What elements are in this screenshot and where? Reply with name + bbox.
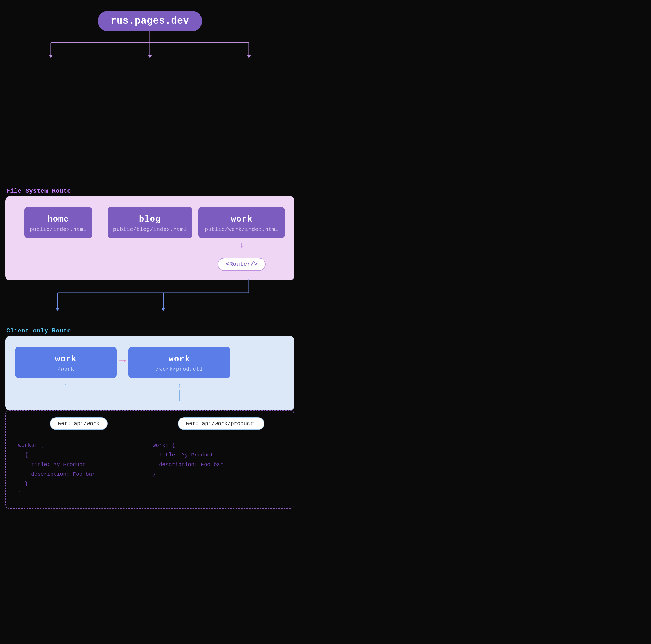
client-route-product1-path: /work/product1 (156, 366, 203, 372)
client-route-work: work /work (15, 347, 117, 378)
fs-section: home public/index.html blog public/blog/… (5, 196, 294, 281)
client-route-col-product1: work /work/product1 ↑ (128, 347, 230, 401)
svg-marker-7 (247, 55, 251, 58)
fs-route-blog: blog public/blog/index.html (107, 207, 192, 238)
client-section: work /work ↑ → work /work/product1 ↑ (5, 336, 294, 410)
client-route-work-path: /work (58, 366, 74, 372)
router-pill: <Router/> (218, 258, 266, 271)
client-route-product1-name: work (168, 354, 190, 364)
connector-lines-router (5, 280, 294, 328)
client-section-label: Client-only Route (6, 328, 71, 334)
fs-route-blog-name: blog (139, 214, 161, 224)
arrow-to-router: ↓ (239, 242, 244, 249)
arrow-up-api-work: ↑ (64, 383, 68, 390)
client-route-col-work: work /work ↑ (15, 347, 117, 401)
svg-marker-3 (49, 55, 53, 58)
fs-route-work: work public/work/index.html (198, 207, 285, 238)
fs-route-col-home: home public/index.html (15, 207, 101, 238)
fs-route-home-path: public/index.html (30, 226, 87, 233)
fs-route-work-path: public/work/index.html (205, 226, 278, 233)
svg-marker-11 (55, 308, 60, 311)
fs-route-blog-path: public/blog/index.html (113, 226, 187, 233)
client-route-work-name: work (55, 354, 77, 364)
pink-right-arrow: → (117, 355, 128, 367)
svg-marker-13 (161, 308, 165, 311)
api-pill-product1: Get: api/work/product1 (178, 417, 265, 430)
fs-route-col-work: work public/work/index.html ↓ <Router/> (198, 207, 285, 271)
client-route-product1: work /work/product1 (128, 347, 230, 378)
fs-section-label: File System Route (6, 188, 71, 195)
api-data-work: work: { title: My Product description: F… (150, 441, 284, 499)
fs-route-home: home public/index.html (24, 207, 92, 238)
arrow-up-api-product1: ↑ (177, 383, 182, 390)
domain-text: rus.pages.dev (111, 16, 189, 27)
arrow-up-api-product1-line (179, 390, 180, 401)
api-section: Get: api/work Get: api/work/product1 wor… (5, 410, 294, 509)
domain-pill: rus.pages.dev (98, 11, 202, 31)
svg-marker-5 (148, 55, 152, 58)
api-code-works: works: [ { title: My Product description… (18, 441, 147, 499)
fs-route-col-blog: blog public/blog/index.html (107, 207, 193, 238)
api-code-work: work: { title: My Product description: F… (153, 441, 282, 479)
arrow-up-api-work2 (66, 390, 66, 401)
fs-route-home-name: home (48, 214, 69, 224)
api-data-works: works: [ { title: My Product description… (16, 441, 150, 499)
connector-lines-top (5, 27, 294, 193)
fs-route-work-name: work (231, 214, 252, 224)
api-pill-work: Get: api/work (50, 417, 107, 430)
